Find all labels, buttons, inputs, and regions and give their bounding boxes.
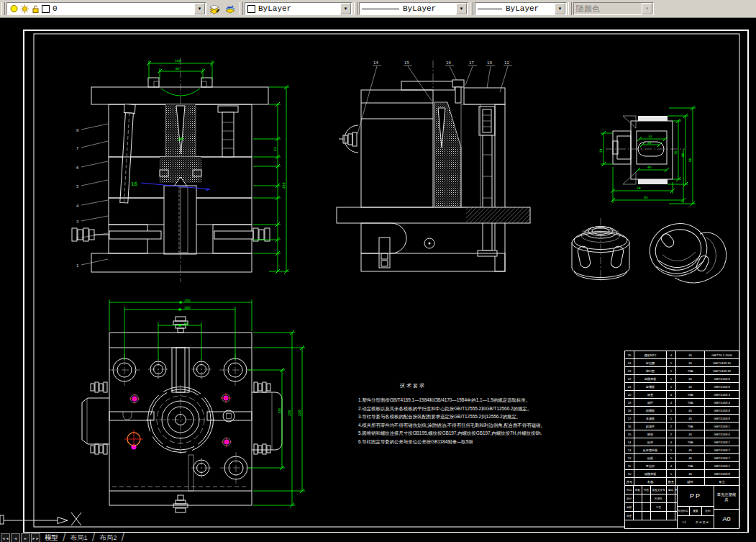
bom-material: 45 <box>676 383 705 391</box>
bom-qty: 1 <box>667 446 676 454</box>
layer-dropdown-arrow[interactable]: ▼ <box>194 3 205 14</box>
color-swatch <box>247 5 255 13</box>
bom-header-name: 名称 <box>634 478 667 486</box>
ejector-column <box>164 186 196 254</box>
bom-name: 定位圈 <box>634 359 667 367</box>
tech-notes-list: 1.塑件分型面按GB/T4169.1—1984和GB/4170—1984中的1.… <box>358 396 574 446</box>
bom-row: 24 定位圈 1 45 GB/T4169.10 <box>625 359 739 367</box>
svg-text:100: 100 <box>175 59 181 63</box>
bom-qty: 4 <box>667 462 676 470</box>
bom-material: T8A <box>676 391 705 399</box>
bom-seq: 12 <box>625 454 634 462</box>
svg-text:80: 80 <box>681 153 685 157</box>
layer-lock-icon[interactable] <box>31 4 40 14</box>
bom-standard: GB/T4169.7 <box>705 454 739 462</box>
stage-cell: 阶段标记 <box>678 507 690 515</box>
bom-standard: GB/T4169.4 <box>705 399 739 407</box>
scale-row: 1:1 共 张 第 张 <box>678 516 714 528</box>
bom-qty: 1 <box>667 470 676 478</box>
sig-cell: 签名 <box>667 486 675 494</box>
color-value: ByLayer <box>258 4 340 13</box>
bom-material: 45 <box>676 446 705 454</box>
bom-qty: 1 <box>667 367 676 375</box>
layer-previous-button[interactable] <box>222 1 238 16</box>
toolbar-grip[interactable] <box>1 2 5 15</box>
tab-model[interactable]: 模型 <box>40 533 63 542</box>
layer-freeze-icon[interactable] <box>20 4 29 14</box>
bom-standard: GB/T4169.7 <box>705 446 739 454</box>
bom-qty: 4 <box>667 351 676 359</box>
drawing-title: 罩壳注塑模具 <box>714 486 739 510</box>
linetype-value: ByLayer <box>403 4 456 13</box>
linetype-control-combo[interactable]: ByLayer ▼ <box>359 2 468 15</box>
sig-cell <box>667 512 675 520</box>
view-a-balloons: 8 7 6 5 4 3 2 1 <box>76 124 108 268</box>
bom-row: 18 动模板 1 45 GB/T4169.8 <box>625 407 739 415</box>
bom-name: 导套 <box>634 391 667 399</box>
bom-standard: GB/T4169.8 <box>705 375 739 383</box>
iso-view-cap <box>572 218 629 282</box>
svg-text:60: 60 <box>176 67 180 71</box>
svg-text:7: 7 <box>76 146 79 150</box>
tab-nav-button[interactable]: ◄ <box>11 533 20 542</box>
svg-text:58: 58 <box>637 186 641 190</box>
bom-row: 19 导柱 4 T8A GB/T4169.4 <box>625 399 739 407</box>
sig-cell <box>675 512 677 520</box>
bom-material: 45 <box>676 454 705 462</box>
bom-seq: 20 <box>625 391 634 399</box>
svg-text:17: 17 <box>469 60 474 65</box>
svg-text:2: 2 <box>76 236 79 240</box>
bom-material: T8A <box>676 462 705 470</box>
layer-name: 0 <box>53 4 194 13</box>
tech-note-line: 5.圆锥销和螺纹连接尺寸按GB195,螺纹按GB197,内螺纹按GB197,内螺… <box>358 429 574 438</box>
layers-icon <box>208 3 221 14</box>
lineweight-control-combo[interactable]: ByLayer ▼ <box>475 2 567 15</box>
lineweight-dropdown-arrow[interactable]: ▼ <box>555 3 565 14</box>
bom-qty: 4 <box>667 438 676 446</box>
tab-layout1[interactable]: 布局1 <box>65 533 91 542</box>
material-column: PP 阶段标记重量比例 1:1 共 张 第 张 <box>678 486 714 528</box>
layer-color-swatch[interactable] <box>42 5 50 13</box>
tab-nav-button[interactable]: ► <box>21 533 30 542</box>
bom-name: 定模板 <box>634 383 667 391</box>
tab-layout2[interactable]: 布局2 <box>95 533 121 542</box>
bom-row: 21 定模板 1 45 GB/T4169.8 <box>625 383 739 391</box>
layer-on-icon[interactable] <box>9 4 19 14</box>
bom-standard: GB/T4169.1 <box>705 462 739 470</box>
technical-requirements: 技术要求 1.塑件分型面按GB/T4169.1—1984和GB/4170—198… <box>358 382 574 446</box>
bom-row: 10 动模座板 1 45 GB/T4169.8 <box>625 470 739 478</box>
layer-control-combo[interactable]: 0 ▼ <box>6 2 206 15</box>
section-view-front: 100 60 63 <box>72 58 289 282</box>
toolbar-separator <box>470 2 473 15</box>
bom-name: 动模板 <box>634 407 667 415</box>
bom-qty: 2 <box>667 430 676 438</box>
material-value: PP <box>678 486 714 507</box>
bom-material: 45 <box>676 415 705 423</box>
plotstyle-value: 随颜色 <box>576 4 642 14</box>
color-dropdown-arrow[interactable]: ▼ <box>340 3 351 14</box>
bom-seq: 25 <box>625 351 634 359</box>
svg-text:250: 250 <box>288 410 291 416</box>
svg-text:60: 60 <box>184 322 188 325</box>
tab-nav-button[interactable]: ◄◄ <box>1 533 10 542</box>
bom-seq: 16 <box>625 423 634 430</box>
stage-row: 阶段标记重量比例 <box>678 507 714 516</box>
svg-text:70: 70 <box>674 150 678 155</box>
layer-manager-button[interactable] <box>206 1 222 16</box>
linetype-sample <box>362 9 399 9</box>
screw-holes <box>148 359 211 478</box>
tab-nav-button[interactable]: ►► <box>31 533 40 542</box>
color-control-combo[interactable]: ByLayer ▼ <box>245 2 352 15</box>
svg-text:83: 83 <box>644 196 648 199</box>
sig-cell <box>642 512 651 520</box>
sig-cell <box>642 503 651 512</box>
sheet-note: 共 张 第 张 <box>696 520 709 524</box>
sig-cell <box>667 503 675 512</box>
sig-cell: 审核 <box>625 503 634 512</box>
sig-cell <box>667 494 675 503</box>
plan-view: 250 200 60 136 250 <box>82 299 305 512</box>
svg-text:200: 200 <box>184 306 191 310</box>
bom-header-seq: 序号 <box>625 478 634 486</box>
linetype-dropdown-arrow[interactable]: ▼ <box>456 3 467 14</box>
signature-zone: 标记处数分区更改文件号签名年月日 设计标准化 审核工艺 批准 PP 阶段标记重量… <box>625 486 739 528</box>
